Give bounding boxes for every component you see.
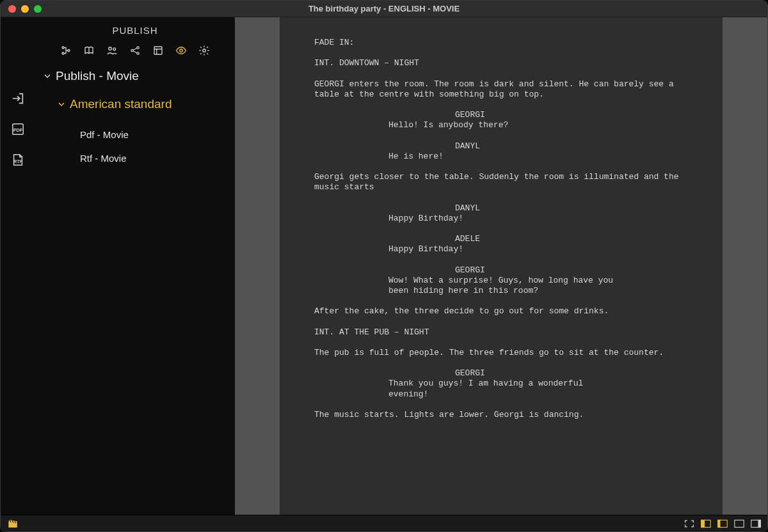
tree-root[interactable]: Publish - Movie xyxy=(42,65,228,87)
svg-rect-17 xyxy=(718,520,720,527)
tree-item-pdf[interactable]: Pdf - Movie xyxy=(42,123,228,146)
layout-icon[interactable] xyxy=(152,45,164,56)
panel-left-icon[interactable] xyxy=(701,519,711,528)
action-text: FADE IN: xyxy=(314,38,688,48)
tree-item-label: Pdf - Movie xyxy=(80,129,129,140)
scene-heading: INT. AT THE PUB – NIGHT xyxy=(314,327,688,338)
action-text: The pub is full of people. The three fri… xyxy=(314,348,688,358)
svg-rect-20 xyxy=(758,520,760,527)
preview-area: FADE IN:INT. DOWNTOWN – NIGHTGEORGI ente… xyxy=(235,17,767,515)
character-cue: GEORGI xyxy=(314,265,688,276)
pdf-icon[interactable]: PDF xyxy=(11,122,25,136)
rtf-icon[interactable]: RTF xyxy=(11,153,25,167)
svg-point-6 xyxy=(109,47,112,51)
dialogue: Thank you guys! I am having a wonderful … xyxy=(314,379,688,400)
svg-point-10 xyxy=(137,52,139,54)
tree-item-rtf[interactable]: Rtf - Movie xyxy=(42,146,228,170)
people-icon[interactable] xyxy=(106,45,118,56)
fullscreen-icon[interactable] xyxy=(684,519,694,528)
gear-icon[interactable] xyxy=(198,45,210,56)
panel-right-icon[interactable] xyxy=(751,519,761,528)
character-cue: GEORGI xyxy=(314,368,688,379)
svg-rect-11 xyxy=(154,47,162,54)
chevron-down-icon xyxy=(58,101,65,107)
tree-icon[interactable] xyxy=(60,45,72,56)
svg-point-7 xyxy=(113,48,116,51)
action-text: The music starts. Lights are lower. Geor… xyxy=(314,410,688,420)
sidebar-toolbar xyxy=(35,41,235,65)
svg-rect-15 xyxy=(701,520,705,527)
svg-point-5 xyxy=(68,50,70,52)
tree-root-label: Publish - Movie xyxy=(56,69,139,83)
status-bar xyxy=(1,515,767,531)
svg-point-13 xyxy=(203,49,206,52)
svg-text:RTF: RTF xyxy=(13,159,22,164)
action-text: GEORGI enters the room. The room is dark… xyxy=(314,79,688,100)
tree-group[interactable]: American standard xyxy=(42,93,228,115)
chevron-down-icon xyxy=(44,73,51,79)
dialogue: He is here! xyxy=(314,152,688,162)
dialogue: Happy Birthday! xyxy=(314,244,688,254)
titlebar: The birthday party - ENGLISH - MOVIE xyxy=(1,1,767,17)
eye-icon[interactable] xyxy=(175,45,187,56)
svg-text:PDF: PDF xyxy=(13,127,23,133)
svg-point-4 xyxy=(62,52,64,54)
panel-none-icon[interactable] xyxy=(734,519,744,528)
svg-point-9 xyxy=(137,47,139,49)
import-icon[interactable] xyxy=(11,91,25,106)
svg-point-3 xyxy=(62,47,64,49)
action-text: After the cake, the three decide to go o… xyxy=(314,306,688,317)
share-icon[interactable] xyxy=(129,45,141,56)
dialogue: Happy Birthday! xyxy=(314,214,688,224)
svg-point-8 xyxy=(131,49,133,51)
script-page: FADE IN:INT. DOWNTOWN – NIGHTGEORGI ente… xyxy=(280,17,723,515)
dialogue: Wow! What a surprise! Guys, how long hav… xyxy=(314,276,688,297)
svg-rect-18 xyxy=(735,520,744,527)
character-cue: DANYL xyxy=(314,203,688,214)
character-cue: GEORGI xyxy=(314,110,688,120)
tree-item-label: Rtf - Movie xyxy=(80,153,127,164)
window-title: The birthday party - ENGLISH - MOVIE xyxy=(1,4,767,13)
svg-point-12 xyxy=(180,49,183,52)
scene-heading: INT. DOWNTOWN – NIGHT xyxy=(314,58,688,68)
left-rail: PDF RTF xyxy=(1,17,35,515)
book-icon[interactable] xyxy=(83,45,95,56)
action-text: Georgi gets closer to the table. Suddenl… xyxy=(314,172,688,193)
tree-group-label: American standard xyxy=(70,97,172,111)
sidebar: PUBLISH xyxy=(35,17,235,515)
character-cue: ADELE xyxy=(314,234,688,244)
character-cue: DANYL xyxy=(314,141,688,152)
clapper-icon[interactable] xyxy=(7,518,19,529)
dialogue: Hello! Is anybody there? xyxy=(314,120,688,130)
publish-tree: Publish - Movie American standard Pdf - … xyxy=(35,65,235,170)
sidebar-title: PUBLISH xyxy=(35,17,235,41)
panel-left-alt-icon[interactable] xyxy=(717,519,728,528)
